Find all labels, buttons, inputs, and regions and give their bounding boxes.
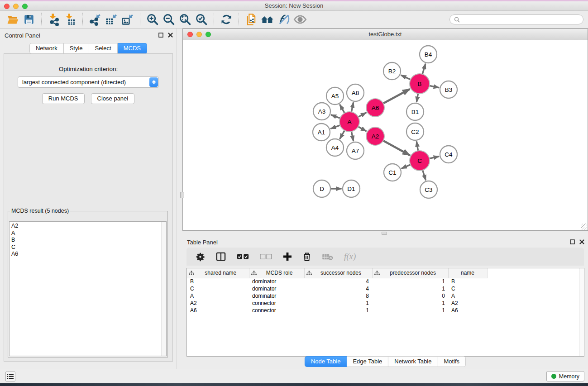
- table-cell[interactable]: C: [448, 285, 487, 292]
- table-cell[interactable]: connector: [249, 300, 304, 307]
- minimize-window-icon[interactable]: [13, 4, 19, 9]
- table-cell[interactable]: A6: [187, 307, 249, 314]
- tab-network-table[interactable]: Network Table: [388, 356, 438, 367]
- table-cell[interactable]: 1: [372, 307, 448, 314]
- result-item[interactable]: A2: [11, 223, 166, 230]
- table-scrollbar[interactable]: [579, 268, 584, 356]
- edge-A-A5[interactable]: [340, 105, 345, 114]
- edge-A-A4[interactable]: [340, 130, 345, 139]
- close-network-icon[interactable]: [187, 32, 193, 37]
- search-input[interactable]: [449, 14, 583, 24]
- edge-A-A8[interactable]: [351, 102, 354, 112]
- table-cell[interactable]: 1: [372, 300, 448, 307]
- table-cell[interactable]: A2: [187, 300, 249, 307]
- table-cell[interactable]: dominator: [249, 292, 304, 300]
- maximize-window-icon[interactable]: [22, 4, 28, 9]
- table-cell[interactable]: C: [187, 285, 249, 292]
- delete-table-icon[interactable]: [322, 253, 333, 260]
- optimization-criterion-select[interactable]: largest connected component (directed): [18, 76, 159, 88]
- horizontal-splitter-handle[interactable]: [382, 232, 387, 235]
- function-builder-icon[interactable]: f(x): [344, 252, 356, 262]
- table-row[interactable]: Adominator80A: [187, 292, 487, 300]
- network-window-titlebar[interactable]: testGlobe.txt: [183, 29, 588, 40]
- edge-A6-B[interactable]: [383, 89, 410, 104]
- open-session-icon[interactable]: [5, 12, 21, 27]
- tab-select[interactable]: Select: [89, 43, 118, 54]
- table-cell[interactable]: dominator: [249, 285, 304, 292]
- zoom-out-icon[interactable]: [161, 12, 177, 27]
- edge-C-C2[interactable]: [416, 141, 418, 151]
- table-cell[interactable]: A2: [448, 300, 487, 307]
- table-cell[interactable]: 1: [372, 285, 448, 292]
- column-header-MCDS-role[interactable]: MCDS role: [249, 268, 304, 278]
- import-table-icon[interactable]: [62, 12, 78, 27]
- apply-layout-icon[interactable]: [218, 12, 234, 27]
- edge-A-A2[interactable]: [358, 126, 366, 131]
- edge-A-A3[interactable]: [331, 115, 340, 119]
- table-cell[interactable]: 1: [372, 278, 448, 285]
- save-session-icon[interactable]: [21, 12, 37, 27]
- edge-C-C1[interactable]: [402, 164, 411, 168]
- table-cell[interactable]: B: [187, 278, 249, 285]
- maximize-network-icon[interactable]: [206, 32, 211, 37]
- table-cell[interactable]: 1: [304, 307, 372, 314]
- table-cell[interactable]: B: [448, 278, 487, 285]
- edge-B-B1[interactable]: [416, 93, 418, 102]
- tab-style[interactable]: Style: [64, 43, 89, 54]
- edge-B-B4[interactable]: [422, 64, 425, 75]
- run-mcds-button[interactable]: Run MCDS: [42, 93, 85, 104]
- memory-button[interactable]: Memory: [546, 371, 584, 381]
- minimize-network-icon[interactable]: [196, 32, 202, 37]
- table-cell[interactable]: connector: [249, 307, 304, 314]
- table-settings-icon[interactable]: [196, 252, 205, 262]
- tab-node-table[interactable]: Node Table: [305, 356, 347, 367]
- column-header-successor-nodes[interactable]: successor nodes: [304, 268, 372, 278]
- zoom-fit-icon[interactable]: [177, 12, 193, 27]
- table-row[interactable]: A6connector11A6: [187, 307, 487, 314]
- zoom-selected-icon[interactable]: [193, 12, 210, 27]
- mcds-result-list[interactable]: A2ABCA6: [9, 221, 167, 356]
- show-graphics-details-icon[interactable]: [292, 12, 308, 27]
- close-panel-button[interactable]: Close panel: [91, 93, 135, 104]
- result-scrollbar[interactable]: [161, 222, 166, 356]
- column-header-predecessor-nodes[interactable]: predecessor nodes: [372, 268, 448, 278]
- table-cell[interactable]: 0: [372, 292, 448, 300]
- float-panel-icon[interactable]: [570, 239, 575, 244]
- float-panel-icon[interactable]: [158, 33, 163, 38]
- select-all-icon[interactable]: [237, 253, 249, 260]
- edge-B-B3[interactable]: [429, 86, 439, 88]
- column-header-name[interactable]: name: [448, 268, 487, 278]
- table-row[interactable]: Bdominator41B: [187, 278, 487, 285]
- edge-C-C3[interactable]: [422, 170, 425, 180]
- task-history-icon[interactable]: [5, 372, 15, 381]
- edge-B-B2[interactable]: [401, 75, 411, 80]
- tab-edge-table[interactable]: Edge Table: [347, 356, 388, 367]
- edge-A2-C[interactable]: [383, 140, 410, 155]
- window-resize-grip-icon[interactable]: [581, 224, 587, 230]
- table-cell[interactable]: 8: [304, 292, 372, 300]
- import-network-icon[interactable]: [46, 12, 62, 27]
- table-cell[interactable]: dominator: [249, 278, 304, 285]
- column-header-shared-name[interactable]: shared name: [187, 268, 249, 278]
- table-cell[interactable]: 4: [304, 278, 372, 285]
- add-column-icon[interactable]: [283, 252, 292, 261]
- deselect-all-icon[interactable]: [260, 253, 272, 260]
- network-overview-icon[interactable]: [259, 12, 276, 27]
- duplicate-network-icon[interactable]: [243, 12, 259, 27]
- table-cell[interactable]: A: [187, 292, 249, 300]
- table-cell[interactable]: 1: [304, 300, 372, 307]
- result-item[interactable]: A: [11, 230, 166, 237]
- export-network-icon[interactable]: [87, 12, 103, 27]
- network-canvas[interactable]: B4B2BB3A8A5A6A3B1AC2A1A2A4A7C4CC1DD1C3: [183, 40, 588, 230]
- result-item[interactable]: A6: [11, 251, 166, 258]
- vertical-splitter-handle[interactable]: [180, 192, 184, 198]
- tab-motifs[interactable]: Motifs: [438, 356, 466, 367]
- hide-flags-icon[interactable]: [276, 12, 292, 27]
- edge-A-A6[interactable]: [358, 113, 366, 117]
- edge-A-A1[interactable]: [330, 125, 340, 129]
- result-item[interactable]: B: [11, 237, 166, 244]
- tab-network[interactable]: Network: [29, 43, 64, 54]
- edge-A-A7[interactable]: [351, 131, 354, 141]
- table-cell[interactable]: A6: [448, 307, 487, 314]
- close-panel-icon[interactable]: [579, 239, 584, 244]
